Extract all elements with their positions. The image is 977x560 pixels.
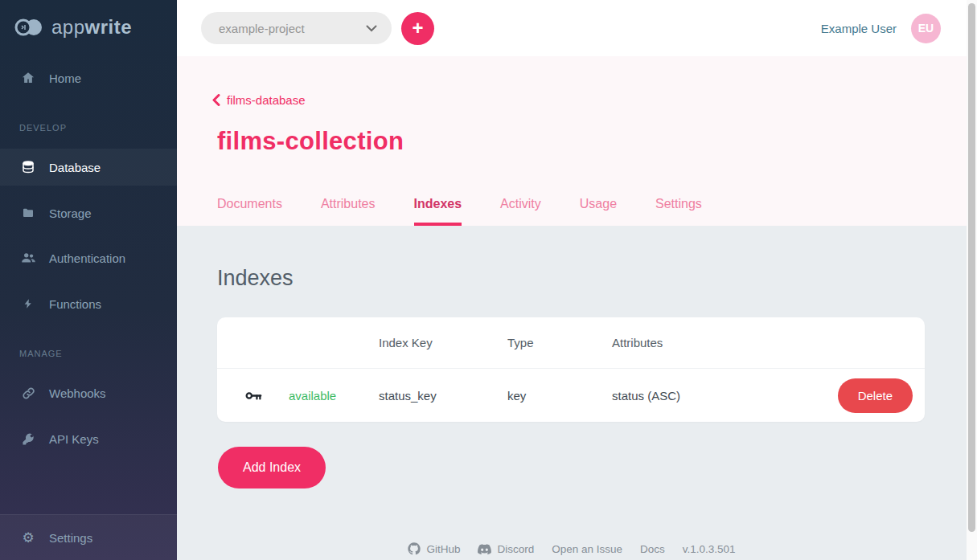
index-key-icon <box>245 390 289 402</box>
sidebar-item-label: Home <box>49 72 81 85</box>
sidebar-item-label: API Keys <box>49 432 99 446</box>
sidebar-item-authentication[interactable]: Authentication <box>0 239 177 276</box>
open-issue-link[interactable]: Open an Issue <box>552 543 622 555</box>
indexes-table: Index Key Type Attributes available stat… <box>217 317 925 422</box>
avatar[interactable]: EU <box>911 14 941 43</box>
sidebar-section-develop: DEVELOP <box>19 123 67 133</box>
column-attributes: Attributes <box>612 336 913 349</box>
topbar: example-project + Example User EU <box>177 0 967 56</box>
chevron-down-icon <box>366 25 377 32</box>
tab-bar: Documents Attributes Indexes Activity Us… <box>217 197 702 226</box>
sidebar-item-webhooks[interactable]: Webhooks <box>0 374 177 411</box>
chevron-left-icon <box>212 94 220 106</box>
add-index-button[interactable]: Add Index <box>218 447 326 488</box>
breadcrumb-label: films-database <box>227 93 306 107</box>
sidebar-item-label: Settings <box>49 531 92 545</box>
sidebar-item-database[interactable]: Database <box>0 149 177 186</box>
main-content: Indexes Index Key Type Attributes availa… <box>177 226 967 560</box>
collection-header: films-database films-collection Document… <box>177 56 967 226</box>
cell-attributes: status (ASC) <box>612 389 838 403</box>
status-badge: available <box>289 389 379 403</box>
sidebar-section-manage: MANAGE <box>19 349 63 358</box>
sidebar-item-home[interactable]: Home <box>0 59 177 96</box>
appwrite-logo-text: appwrite <box>51 16 132 39</box>
tab-attributes[interactable]: Attributes <box>321 197 376 226</box>
github-icon <box>408 542 421 555</box>
column-index-key: Index Key <box>379 336 507 349</box>
cell-type: key <box>507 389 612 403</box>
scrollbar-thumb[interactable] <box>968 3 975 532</box>
section-heading: Indexes <box>217 266 294 291</box>
sidebar-item-label: Functions <box>49 297 101 311</box>
discord-label: Discord <box>497 543 534 555</box>
user-menu-link[interactable]: Example User <box>821 22 897 35</box>
bolt-icon <box>19 296 37 311</box>
table-row: available status_key key status (ASC) De… <box>217 369 925 422</box>
footer: GitHub Discord Open an Issue Docs v.1.0.… <box>177 542 967 555</box>
folder-icon <box>19 206 37 219</box>
sidebar-item-label: Storage <box>49 206 92 220</box>
sidebar-item-api-keys[interactable]: API Keys <box>0 420 177 457</box>
table-header-row: Index Key Type Attributes <box>217 317 925 369</box>
github-label: GitHub <box>426 543 460 555</box>
appwrite-logo[interactable]: appwrite <box>14 16 132 39</box>
scrollbar-track[interactable] <box>967 0 977 560</box>
database-icon <box>19 160 37 175</box>
sidebar-item-storage[interactable]: Storage <box>0 194 177 231</box>
tab-indexes[interactable]: Indexes <box>414 197 462 226</box>
github-link[interactable]: GitHub <box>408 542 460 555</box>
gear-icon: ⚙ <box>19 529 37 546</box>
sidebar-item-functions[interactable]: Functions <box>0 285 177 322</box>
sidebar-item-label: Authentication <box>49 251 125 265</box>
project-selector-value: example-project <box>219 22 305 35</box>
tab-usage[interactable]: Usage <box>580 197 617 226</box>
discord-icon <box>478 544 491 554</box>
home-icon <box>19 71 37 85</box>
tab-documents[interactable]: Documents <box>217 197 282 226</box>
sidebar-item-settings[interactable]: ⚙ Settings <box>0 514 177 560</box>
tab-settings[interactable]: Settings <box>655 197 702 226</box>
link-icon <box>19 386 37 400</box>
project-selector[interactable]: example-project <box>201 12 392 44</box>
appwrite-logo-icon <box>14 18 43 37</box>
page-title: films-collection <box>217 127 404 156</box>
sidebar-item-label: Webhooks <box>49 386 106 400</box>
delete-button[interactable]: Delete <box>838 378 913 413</box>
column-type: Type <box>507 336 612 349</box>
version-label: v.1.0.3.501 <box>683 543 736 555</box>
sidebar: appwrite Home DEVELOP Database Storage <box>0 0 177 560</box>
discord-link[interactable]: Discord <box>478 543 534 555</box>
docs-link[interactable]: Docs <box>640 543 665 555</box>
users-icon <box>19 251 37 264</box>
add-project-button[interactable]: + <box>401 12 434 45</box>
tab-activity[interactable]: Activity <box>500 197 541 226</box>
key-icon <box>19 432 37 446</box>
sidebar-item-label: Database <box>49 161 101 174</box>
breadcrumb[interactable]: films-database <box>212 93 306 107</box>
cell-index-key: status_key <box>379 389 507 403</box>
